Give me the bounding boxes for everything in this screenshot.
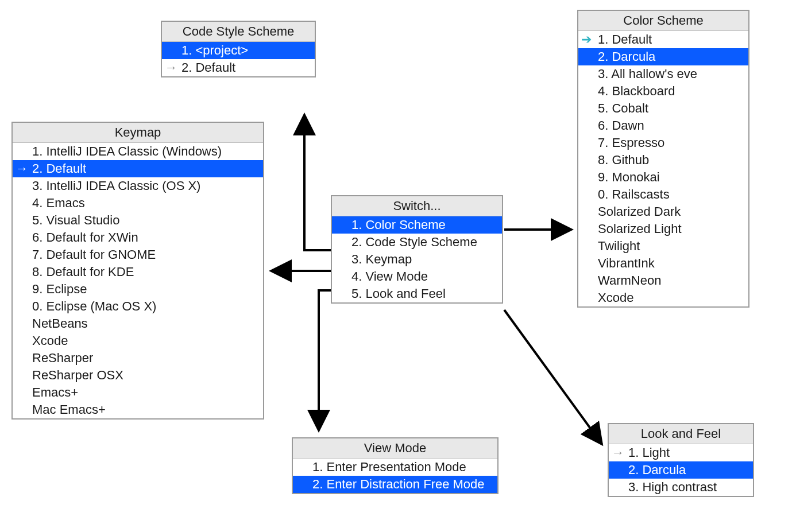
keymap-item[interactable]: Emacs+ [13, 384, 263, 401]
color-scheme-item[interactable]: 7. Espresso [578, 134, 748, 152]
switch-item-color-scheme[interactable]: 1. Color Scheme [332, 216, 502, 234]
keymap-item[interactable]: 1. IntelliJ IDEA Classic (Windows) [13, 143, 263, 160]
item-label: 7. Default for GNOME [32, 247, 156, 262]
look-and-feel-item[interactable]: 2. Darcula [609, 461, 753, 479]
item-label: 4. View Mode [351, 269, 428, 284]
keymap-item[interactable]: NetBeans [13, 315, 263, 332]
current-arrow-icon: → [165, 60, 177, 75]
keymap-item[interactable]: ReSharper OSX [13, 367, 263, 384]
item-label: 4. Blackboard [598, 84, 675, 99]
switch-item-look-and-feel[interactable]: 5. Look and Feel [332, 285, 502, 302]
item-label: 6. Dawn [598, 118, 644, 133]
keymap-item[interactable]: 0. Eclipse (Mac OS X) [13, 298, 263, 315]
item-label: 2. Darcula [628, 463, 686, 477]
current-arrow-icon: → [16, 161, 28, 176]
view-mode-item[interactable]: 1. Enter Presentation Mode [293, 459, 497, 476]
item-label: 1. Enter Presentation Mode [312, 460, 466, 475]
item-label: 5. Look and Feel [351, 286, 446, 301]
code-style-scheme-panel: Code Style Scheme 1. <project> →2. Defau… [161, 21, 316, 77]
item-label: Mac Emacs+ [32, 402, 106, 417]
color-scheme-item[interactable]: 6. Dawn [578, 117, 748, 134]
color-scheme-item[interactable]: 2. Darcula [578, 48, 748, 65]
item-label: 1. IntelliJ IDEA Classic (Windows) [32, 144, 222, 159]
keymap-item[interactable]: Mac Emacs+ [13, 401, 263, 418]
color-scheme-item[interactable]: ➔1. Default [578, 31, 748, 48]
switch-title: Switch... [332, 196, 502, 216]
color-scheme-item[interactable]: VibrantInk [578, 255, 748, 272]
item-label: VibrantInk [598, 256, 655, 271]
color-scheme-item[interactable]: WarmNeon [578, 272, 748, 289]
keymap-item[interactable]: 8. Default for KDE [13, 263, 263, 281]
keymap-item[interactable]: Xcode [13, 332, 263, 350]
look-and-feel-item[interactable]: 3. High contrast [609, 479, 753, 496]
color-scheme-item[interactable]: 9. Monokai [578, 169, 748, 186]
item-label: 5. Cobalt [598, 101, 648, 116]
item-label: Emacs+ [32, 385, 78, 400]
color-scheme-item[interactable]: 5. Cobalt [578, 100, 748, 117]
keymap-title: Keymap [13, 123, 263, 143]
item-label: 1. Default [598, 32, 652, 47]
item-label: 1. Color Scheme [351, 218, 446, 232]
keymap-item[interactable]: 4. Emacs [13, 195, 263, 212]
color-scheme-item[interactable]: 4. Blackboard [578, 83, 748, 100]
item-label: 3. All hallow's eve [598, 67, 697, 81]
item-label: Solarized Dark [598, 204, 681, 219]
keymap-item[interactable]: →2. Default [13, 160, 263, 177]
code-style-scheme-item[interactable]: 1. <project> [162, 42, 315, 59]
item-label: 3. High contrast [628, 480, 717, 495]
item-label: 7. Espresso [598, 135, 664, 150]
item-label: 1. Light [628, 445, 670, 460]
code-style-scheme-title: Code Style Scheme [162, 22, 315, 42]
item-label: 2. Code Style Scheme [351, 235, 477, 250]
switch-item-code-style-scheme[interactable]: 2. Code Style Scheme [332, 234, 502, 251]
keymap-item[interactable]: 7. Default for GNOME [13, 246, 263, 263]
look-and-feel-panel: Look and Feel →1. Light 2. Darcula 3. Hi… [608, 423, 754, 497]
view-mode-panel: View Mode 1. Enter Presentation Mode 2. … [292, 437, 499, 494]
item-label: NetBeans [32, 316, 88, 331]
keymap-item[interactable]: 9. Eclipse [13, 281, 263, 298]
item-label: 9. Monokai [598, 170, 660, 185]
color-scheme-item[interactable]: 0. Railscasts [578, 186, 748, 203]
item-label: 8. Github [598, 153, 649, 168]
item-label: 5. Visual Studio [32, 213, 119, 228]
item-label: Xcode [598, 290, 633, 305]
code-style-scheme-item[interactable]: →2. Default [162, 59, 315, 76]
color-scheme-item[interactable]: Twilight [578, 238, 748, 255]
color-scheme-item[interactable]: Solarized Light [578, 220, 748, 238]
item-label: Xcode [32, 333, 68, 348]
item-label: 0. Railscasts [598, 187, 670, 202]
item-label: 8. Default for KDE [32, 265, 134, 279]
switch-item-view-mode[interactable]: 4. View Mode [332, 268, 502, 285]
item-label: ReSharper OSX [32, 368, 123, 383]
item-label: 3. Keymap [351, 252, 412, 267]
color-scheme-item[interactable]: 3. All hallow's eve [578, 65, 748, 83]
look-and-feel-item[interactable]: →1. Light [609, 444, 753, 461]
item-label: 9. Eclipse [32, 282, 87, 297]
color-scheme-panel: Color Scheme ➔1. Default 2. Darcula 3. A… [577, 10, 749, 308]
view-mode-item[interactable]: 2. Enter Distraction Free Mode [293, 476, 497, 493]
color-scheme-title: Color Scheme [578, 11, 748, 31]
item-label: 2. Default [181, 60, 235, 75]
item-label: 2. Default [32, 161, 86, 176]
item-label: WarmNeon [598, 273, 661, 288]
keymap-item[interactable]: ReSharper [13, 350, 263, 367]
item-label: Twilight [598, 239, 640, 254]
switch-panel: Switch... 1. Color Scheme 2. Code Style … [331, 195, 503, 304]
keymap-item[interactable]: 6. Default for XWin [13, 229, 263, 246]
current-arrow-icon: ➔ [581, 32, 592, 47]
item-label: 4. Emacs [32, 196, 85, 211]
item-label: 6. Default for XWin [32, 230, 138, 245]
color-scheme-item[interactable]: 8. Github [578, 152, 748, 169]
keymap-item[interactable]: 5. Visual Studio [13, 212, 263, 229]
item-label: 2. Darcula [598, 49, 655, 64]
keymap-item[interactable]: 3. IntelliJ IDEA Classic (OS X) [13, 177, 263, 195]
color-scheme-item[interactable]: Solarized Dark [578, 203, 748, 220]
item-label: 2. Enter Distraction Free Mode [312, 477, 485, 492]
switch-item-keymap[interactable]: 3. Keymap [332, 251, 502, 268]
view-mode-title: View Mode [293, 438, 497, 459]
color-scheme-item[interactable]: Xcode [578, 289, 748, 306]
item-label: 0. Eclipse (Mac OS X) [32, 299, 156, 314]
item-label: ReSharper [32, 351, 93, 366]
keymap-panel: Keymap 1. IntelliJ IDEA Classic (Windows… [11, 122, 264, 420]
look-and-feel-title: Look and Feel [609, 424, 753, 444]
